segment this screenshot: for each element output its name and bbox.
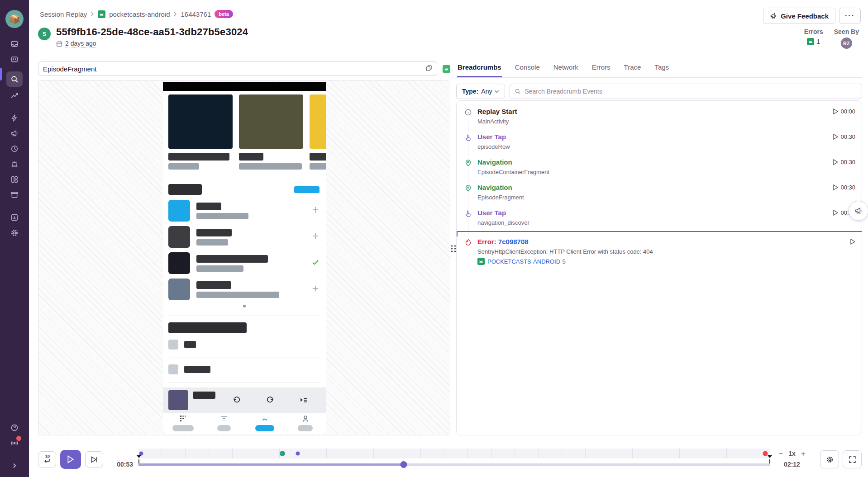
sidebar-item-crons[interactable]	[6, 188, 23, 202]
errors-count[interactable]: 1	[816, 38, 820, 45]
sidebar-item-explore[interactable]	[6, 71, 23, 87]
timeline-handle[interactable]	[401, 461, 407, 468]
tab-tags[interactable]: Tags	[654, 61, 669, 77]
sidebar-item-settings[interactable]	[6, 226, 23, 240]
more-menu-button[interactable]: ···	[839, 8, 861, 24]
jump-to-timestamp[interactable]: 00:00	[833, 107, 855, 125]
sidebar-item-insights[interactable]	[6, 173, 23, 186]
pointer-hand-icon	[463, 208, 473, 218]
help-icon	[10, 424, 19, 432]
breadcrumb-event-user-tap[interactable]: User Tap episodeRow 00:30	[457, 129, 862, 154]
zoom-out-button[interactable]: −	[778, 450, 783, 458]
dom-search-input[interactable]	[38, 61, 437, 76]
timeline-event-error[interactable]	[763, 451, 768, 456]
skip-end-icon	[91, 456, 98, 463]
project-count-badge: 5	[38, 28, 51, 40]
zoom-in-button[interactable]: +	[801, 450, 806, 458]
siren-icon	[10, 160, 19, 168]
breadcrumb-session-replay[interactable]: Session Replay	[40, 10, 87, 18]
error-id-link[interactable]: 7c098708	[498, 238, 529, 246]
main-area: Session Replay pocketcasts-android 16443…	[29, 0, 868, 477]
tab-breadcrumbs[interactable]: Breadcrumbs	[457, 61, 502, 77]
jump-to-timestamp[interactable]: 00:30	[833, 183, 855, 201]
floating-feedback-button[interactable]	[849, 201, 868, 221]
sidebar-item-projects[interactable]	[6, 52, 23, 66]
timeline-scrubber[interactable]	[138, 458, 770, 470]
sidebar-item-alert-rules[interactable]	[6, 157, 23, 171]
sidebar-item-alerts[interactable]	[6, 111, 23, 125]
pointer-hand-icon	[463, 132, 473, 142]
android-project-icon	[98, 10, 105, 18]
sidebar-item-stats[interactable]	[6, 211, 23, 224]
replay-phone-mockup	[163, 82, 326, 434]
replay-timestamp[interactable]: 2 days ago	[65, 40, 96, 47]
mock-section-header	[168, 184, 202, 195]
page-title: 55f9fb16-25de-48ce-aa51-3db27b5e3024	[56, 26, 248, 38]
fire-icon	[463, 237, 473, 247]
mock-divider	[168, 316, 320, 316]
breadcrumb-event-navigation[interactable]: Navigation EpisodeContainerFragment 00:3…	[457, 154, 862, 179]
gear-icon	[826, 456, 834, 463]
mock-mini-player	[163, 387, 326, 413]
timeline-start-marker	[137, 455, 141, 458]
breadcrumb-event-replay-start[interactable]: Replay Start MainActivity 00:00	[457, 104, 862, 129]
timeline-event-navigation[interactable]	[280, 451, 285, 456]
seen-by-avatar[interactable]: RZ	[841, 38, 852, 49]
mock-nav-label	[217, 425, 231, 431]
type-filter-dropdown[interactable]: Type: Any	[456, 84, 505, 99]
error-label: Error:	[477, 238, 496, 246]
mock-icon-box	[168, 364, 178, 374]
jump-to-timestamp[interactable]: 00:30	[833, 132, 855, 151]
tab-console[interactable]: Console	[515, 61, 540, 77]
tab-network[interactable]: Network	[553, 61, 579, 77]
tab-trace[interactable]: Trace	[624, 61, 642, 77]
mock-divider	[168, 358, 320, 358]
breadcrumb-event-error[interactable]: Error: 7c098708 SentryHttpClientExceptio…	[457, 234, 862, 269]
breadcrumb-search-input[interactable]	[525, 88, 857, 95]
tab-errors[interactable]: Errors	[591, 61, 611, 77]
current-time-indicator	[457, 231, 862, 232]
org-avatar[interactable]: 📦	[5, 10, 24, 28]
plus-icon	[311, 232, 320, 242]
breadcrumb-event-user-tap[interactable]: User Tap navigation_discover 00:33	[457, 205, 862, 230]
sidebar-item-feedback[interactable]	[6, 127, 23, 140]
jump-to-timestamp[interactable]: 00:30	[833, 158, 855, 176]
mock-bar	[239, 163, 302, 170]
search-icon	[10, 75, 19, 83]
location-pin-icon	[463, 183, 473, 193]
sidebar-item-issues[interactable]	[6, 37, 23, 51]
play-button[interactable]	[60, 450, 81, 469]
timeline-strip[interactable]	[138, 449, 770, 458]
megaphone-icon	[10, 129, 19, 137]
help-button[interactable]	[6, 421, 23, 434]
give-feedback-button[interactable]: Give Feedback	[763, 8, 835, 24]
sidebar-collapse-button[interactable]	[6, 459, 23, 472]
issue-link[interactable]: POCKETCASTS-ANDROID-5	[487, 258, 566, 265]
replay-player-pane	[38, 61, 450, 435]
fullscreen-button[interactable]	[843, 450, 862, 468]
replay-viewport[interactable]	[38, 80, 450, 435]
player-settings-button[interactable]	[820, 450, 839, 468]
breadcrumb-replay-id[interactable]: 16443761	[181, 10, 211, 18]
whats-new-button[interactable]	[6, 436, 23, 450]
breadcrumb-event-navigation[interactable]: Navigation EpisodeFragment 00:30	[457, 179, 862, 205]
mock-bar	[184, 341, 196, 348]
sidebar-item-releases[interactable]	[6, 142, 23, 156]
active-nav-indicator	[0, 68, 2, 80]
timeline-zoom-controls: − 1x +	[770, 450, 814, 458]
panel-resize-handle[interactable]	[451, 245, 456, 252]
skip-to-end-button[interactable]	[85, 451, 103, 468]
replay-controls-bar: 10 − 1x + 00:53	[38, 446, 862, 473]
rewind-10-button[interactable]: 10	[38, 451, 56, 468]
android-platform-icon	[807, 38, 814, 45]
code-folder-icon	[10, 55, 19, 63]
discover-arc-icon	[260, 415, 269, 423]
jump-to-timestamp[interactable]	[850, 237, 855, 265]
sidebar-item-dashboards[interactable]	[6, 89, 23, 102]
copy-button[interactable]	[423, 63, 434, 74]
breadcrumb-search	[510, 84, 862, 99]
breadcrumb-project[interactable]: pocketcasts-android	[109, 10, 170, 18]
timeline-event-user-tap[interactable]	[296, 452, 300, 456]
play-icon	[850, 239, 855, 245]
clock-icon	[10, 145, 19, 153]
